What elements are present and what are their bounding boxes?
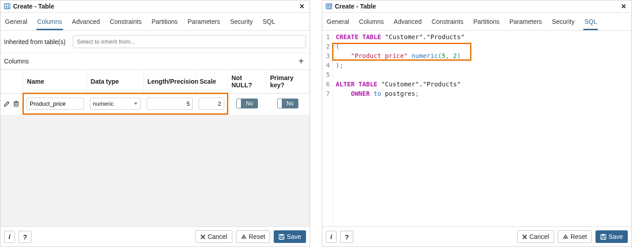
tab-parameters[interactable]: Parameters	[187, 15, 221, 30]
header-actions	[0, 70, 23, 94]
tab-sql[interactable]: SQL	[262, 15, 276, 30]
svg-rect-23	[602, 234, 605, 236]
scale-input[interactable]	[199, 98, 224, 110]
pk-toggle[interactable]: No	[277, 99, 298, 108]
create-table-dialog-right: Create - Table × General Columns Advance…	[322, 0, 632, 247]
svg-rect-0	[4, 4, 10, 9]
close-icon	[200, 234, 205, 239]
cancel-button[interactable]: Cancel	[517, 230, 554, 243]
tab-parameters[interactable]: Parameters	[509, 15, 543, 30]
tabs: General Columns Advanced Constraints Par…	[0, 13, 310, 31]
save-icon	[279, 234, 284, 240]
reset-label: Reset	[249, 233, 266, 240]
dialog-title: Create - Table	[13, 3, 54, 10]
save-label: Save	[287, 233, 301, 240]
cancel-button[interactable]: Cancel	[195, 230, 232, 243]
svg-rect-15	[326, 4, 332, 9]
columns-table: Name Data type Length/Precision Scale No…	[0, 70, 310, 115]
tab-partitions[interactable]: Partitions	[151, 15, 178, 30]
dialog-title: Create - Table	[335, 3, 376, 10]
notnull-toggle[interactable]: No	[236, 99, 258, 108]
tab-columns[interactable]: Columns	[36, 15, 63, 30]
cancel-label: Cancel	[208, 233, 227, 240]
header-notnull: Not NULL?	[227, 70, 266, 94]
inherited-from-label: Inherited from table(s)	[4, 38, 66, 45]
name-input[interactable]	[27, 98, 84, 110]
empty-area	[0, 115, 310, 226]
tab-constraints[interactable]: Constraints	[109, 15, 142, 30]
edit-icon[interactable]	[4, 100, 10, 107]
columns-body: Inherited from table(s) Columns + Name	[0, 31, 310, 226]
delete-icon[interactable]	[13, 100, 19, 107]
tab-advanced[interactable]: Advanced	[71, 15, 101, 30]
pk-toggle-label: No	[282, 99, 298, 108]
save-label: Save	[608, 233, 623, 240]
svg-rect-13	[280, 234, 283, 236]
header-length: Length/Precision	[143, 70, 195, 94]
tab-security[interactable]: Security	[229, 15, 254, 30]
header-scale: Scale	[196, 70, 228, 94]
tab-constraints[interactable]: Constraints	[431, 15, 464, 30]
help-button[interactable]: ?	[340, 231, 353, 243]
notnull-toggle-label: No	[241, 99, 257, 108]
column-row: numeric No	[0, 94, 310, 114]
recycle-icon	[241, 234, 247, 240]
footer: i ? Cancel Reset Save	[322, 226, 631, 247]
datatype-value: numeric	[93, 100, 114, 107]
reset-button[interactable]: Reset	[236, 230, 271, 243]
chevron-down-icon	[134, 103, 138, 105]
tab-partitions[interactable]: Partitions	[472, 15, 500, 30]
tab-advanced[interactable]: Advanced	[393, 15, 422, 30]
close-icon	[522, 234, 527, 239]
close-button[interactable]: ×	[619, 2, 628, 10]
sql-code: CREATE TABLE "Customer"."Products"( "Pro…	[333, 31, 631, 226]
recycle-icon	[563, 234, 568, 240]
inherited-from-input[interactable]	[73, 35, 306, 48]
info-button[interactable]: i	[326, 231, 337, 243]
add-column-button[interactable]: +	[296, 57, 306, 66]
sql-body: 1234567 CREATE TABLE "Customer"."Product…	[322, 31, 631, 226]
line-gutter: 1234567	[322, 31, 333, 226]
header-pk: Primary key?	[266, 70, 309, 94]
titlebar: Create - Table ×	[0, 0, 310, 13]
length-input[interactable]	[147, 98, 193, 110]
tab-columns[interactable]: Columns	[358, 15, 385, 30]
tabs: General Columns Advanced Constraints Par…	[322, 13, 631, 31]
tab-sql[interactable]: SQL	[583, 15, 598, 30]
reset-button[interactable]: Reset	[558, 230, 592, 243]
footer: i ? Cancel Reset Save	[0, 226, 310, 247]
table-icon	[326, 3, 332, 9]
table-icon	[4, 3, 10, 9]
tab-security[interactable]: Security	[551, 15, 576, 30]
close-button[interactable]: ×	[298, 2, 306, 10]
columns-section-title: Columns	[4, 58, 29, 65]
sql-editor[interactable]: 1234567 CREATE TABLE "Customer"."Product…	[322, 31, 631, 226]
info-button[interactable]: i	[4, 231, 15, 243]
help-button[interactable]: ?	[18, 231, 31, 243]
header-name: Name	[23, 70, 87, 94]
tab-general[interactable]: General	[4, 15, 28, 30]
inherited-from-row: Inherited from table(s)	[0, 31, 310, 53]
tab-general[interactable]: General	[326, 15, 350, 30]
titlebar: Create - Table ×	[322, 0, 631, 13]
save-button[interactable]: Save	[274, 230, 306, 243]
cancel-label: Cancel	[529, 233, 549, 240]
datatype-select[interactable]: numeric	[90, 98, 141, 110]
create-table-dialog-left: Create - Table × General Columns Advance…	[0, 0, 310, 247]
save-button[interactable]: Save	[595, 230, 628, 243]
svg-rect-5	[14, 102, 18, 106]
save-icon	[600, 234, 606, 240]
columns-section-header: Columns +	[0, 53, 310, 70]
header-datatype: Data type	[87, 70, 143, 94]
reset-label: Reset	[571, 233, 587, 240]
